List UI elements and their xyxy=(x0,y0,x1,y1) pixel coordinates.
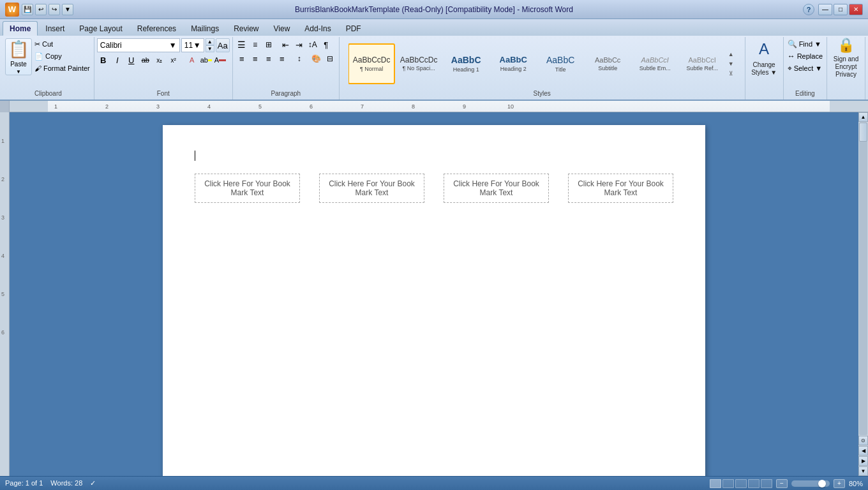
web-layout-view-button[interactable] xyxy=(735,479,747,488)
draft-view-button[interactable] xyxy=(761,479,772,488)
style-heading2-preview: AaBbC xyxy=(500,55,527,64)
styles-scroll-down-button[interactable]: ▼ xyxy=(726,59,735,68)
bookmark-item-2[interactable]: Click Here For Your Book Mark Text xyxy=(319,174,424,203)
paste-button[interactable]: 📋 Paste ▼ xyxy=(5,38,32,75)
show-formatting-button[interactable]: ¶ xyxy=(320,38,333,51)
zoom-in-button[interactable]: + xyxy=(834,479,845,488)
style-heading1[interactable]: AaBbC Heading 1 xyxy=(443,44,489,84)
style-subtitle[interactable]: AaBbCc Subtitle xyxy=(585,44,631,84)
replace-button[interactable]: ↔ Replace xyxy=(786,50,824,62)
find-button[interactable]: 🔍 Find ▼ xyxy=(786,38,823,50)
bold-button[interactable]: B xyxy=(97,54,110,66)
ruler-mark-2: 2 xyxy=(105,103,108,110)
decrease-indent-button[interactable]: ⇤ xyxy=(280,38,292,51)
clear-formatting-button[interactable]: Aa xyxy=(216,38,230,52)
format-painter-button[interactable]: 🖌 Format Painter xyxy=(33,63,91,74)
copy-button[interactable]: 📄 Copy xyxy=(33,50,91,62)
prev-page-button[interactable]: ◀ xyxy=(858,446,868,456)
full-screen-view-button[interactable] xyxy=(722,479,734,488)
style-no-spacing[interactable]: AaBbCcDc ¶ No Spaci... xyxy=(396,44,442,84)
font-content: Calibri ▼ 11 ▼ ▲ ▼ Aa B I U ab x₂ x xyxy=(97,38,230,89)
scrollbar-track[interactable] xyxy=(859,122,867,435)
change-styles-label: ChangeStyles ▼ xyxy=(751,61,777,77)
font-size-increase-button[interactable]: ▲ xyxy=(206,38,214,45)
document-scroll-area[interactable]: Click Here For Your Book Mark Text Click… xyxy=(10,112,858,476)
styles-expand-button[interactable]: ⊻ xyxy=(726,69,735,78)
scrollbar-thumb[interactable] xyxy=(859,122,867,142)
window-title: BurrisBlankBookMarkTemplate (Read-Only) … xyxy=(295,5,573,14)
text-effects-button[interactable]: A xyxy=(186,54,198,66)
change-styles-group: A ChangeStyles ▼ . xyxy=(745,37,784,100)
font-color-button[interactable]: A xyxy=(214,54,227,66)
styles-scroll-up-button[interactable]: ▲ xyxy=(726,50,735,59)
print-layout-view-button[interactable] xyxy=(710,479,721,488)
tab-insert[interactable]: Insert xyxy=(38,21,71,36)
tab-view[interactable]: View xyxy=(267,21,297,36)
next-page-button[interactable]: ▶ xyxy=(858,456,868,466)
font-size-decrease-button[interactable]: ▼ xyxy=(206,45,214,52)
maximize-button[interactable]: □ xyxy=(834,4,848,15)
tab-review[interactable]: Review xyxy=(227,21,266,36)
bookmark-item-1[interactable]: Click Here For Your Book Mark Text xyxy=(195,174,300,203)
sort-button[interactable]: ↕A xyxy=(306,38,319,51)
help-icon[interactable]: ? xyxy=(803,4,814,15)
redo-icon[interactable]: ↪ xyxy=(49,4,60,15)
replace-icon: ↔ xyxy=(788,52,795,61)
zoom-out-button[interactable]: − xyxy=(776,479,788,488)
tab-home[interactable]: Home xyxy=(3,21,38,36)
minimize-button[interactable]: — xyxy=(818,4,832,15)
tab-mailings[interactable]: Mailings xyxy=(184,21,226,36)
zoom-slider-thumb[interactable] xyxy=(818,480,826,487)
scrollbar-up-button[interactable]: ▲ xyxy=(858,112,868,122)
sign-encrypt-button[interactable]: 🔒 Sign andEncryptPrivacy xyxy=(834,38,858,77)
strikethrough-button[interactable]: ab xyxy=(139,54,152,66)
style-title[interactable]: AaBbC Title xyxy=(537,44,583,84)
style-subtle-emphasis[interactable]: AaBbCcI Subtle Em... xyxy=(632,44,678,84)
undo-icon[interactable]: ↩ xyxy=(35,4,47,15)
borders-button[interactable]: ⊟ xyxy=(324,52,336,65)
bookmark-item-4[interactable]: Click Here For Your Book Mark Text xyxy=(568,174,673,203)
outline-view-button[interactable] xyxy=(748,479,760,488)
justify-button[interactable]: ≡ xyxy=(276,52,288,65)
style-normal[interactable]: AaBbCcDc ¶ Normal xyxy=(348,44,394,84)
style-title-preview: AaBbC xyxy=(546,55,574,65)
bullet-list-button[interactable]: ☰ xyxy=(236,38,248,51)
superscript-button[interactable]: x² xyxy=(167,54,180,66)
font-name-selector[interactable]: Calibri ▼ xyxy=(97,38,180,52)
tab-add-ins[interactable]: Add-Ins xyxy=(297,21,338,36)
select-browse-button[interactable]: ⊙ xyxy=(858,436,868,445)
close-button[interactable]: ✕ xyxy=(849,4,863,15)
underline-button[interactable]: U xyxy=(125,54,138,66)
line-spacing-button[interactable]: ↕ xyxy=(293,52,306,65)
font-size-selector[interactable]: 11 ▼ xyxy=(181,38,204,52)
zoom-slider[interactable] xyxy=(791,480,830,487)
tab-references[interactable]: References xyxy=(130,21,183,36)
tab-pdf[interactable]: PDF xyxy=(339,21,368,36)
italic-button[interactable]: I xyxy=(111,54,124,66)
style-heading1-preview: AaBbC xyxy=(451,55,481,65)
save-icon[interactable]: 💾 xyxy=(22,4,33,15)
align-left-button[interactable]: ≡ xyxy=(236,52,248,65)
numbered-list-button[interactable]: ≡ xyxy=(249,38,262,51)
document-page[interactable]: Click Here For Your Book Mark Text Click… xyxy=(163,125,705,476)
increase-indent-button[interactable]: ⇥ xyxy=(293,38,306,51)
subscript-button[interactable]: x₂ xyxy=(153,54,166,66)
scrollbar-down-button[interactable]: ▼ xyxy=(858,466,868,476)
change-styles-button[interactable]: A ChangeStyles ▼ xyxy=(751,38,777,77)
style-subtle-reference[interactable]: AaBbCcI Subtle Ref... xyxy=(679,44,725,84)
tab-page-layout[interactable]: Page Layout xyxy=(72,21,129,36)
align-center-button[interactable]: ≡ xyxy=(249,52,262,65)
office-logo-icon[interactable]: W xyxy=(5,3,19,17)
style-heading2[interactable]: AaBbC Heading 2 xyxy=(490,44,536,84)
select-button[interactable]: ⌖ Select ▼ xyxy=(786,63,823,74)
style-subtleref-label: Subtle Ref... xyxy=(686,65,718,71)
multilevel-list-button[interactable]: ⊞ xyxy=(262,38,275,51)
text-highlight-button[interactable]: ab xyxy=(200,54,213,66)
text-cursor xyxy=(195,151,195,161)
customize-icon[interactable]: ▼ xyxy=(62,4,73,15)
cut-button[interactable]: ✂ Cut xyxy=(33,38,91,50)
align-right-button[interactable]: ≡ xyxy=(262,52,275,65)
ruler-mark-10: 10 xyxy=(507,103,514,110)
bookmark-item-3[interactable]: Click Here For Your Book Mark Text xyxy=(444,174,549,203)
shading-button[interactable]: 🎨 xyxy=(310,52,323,65)
